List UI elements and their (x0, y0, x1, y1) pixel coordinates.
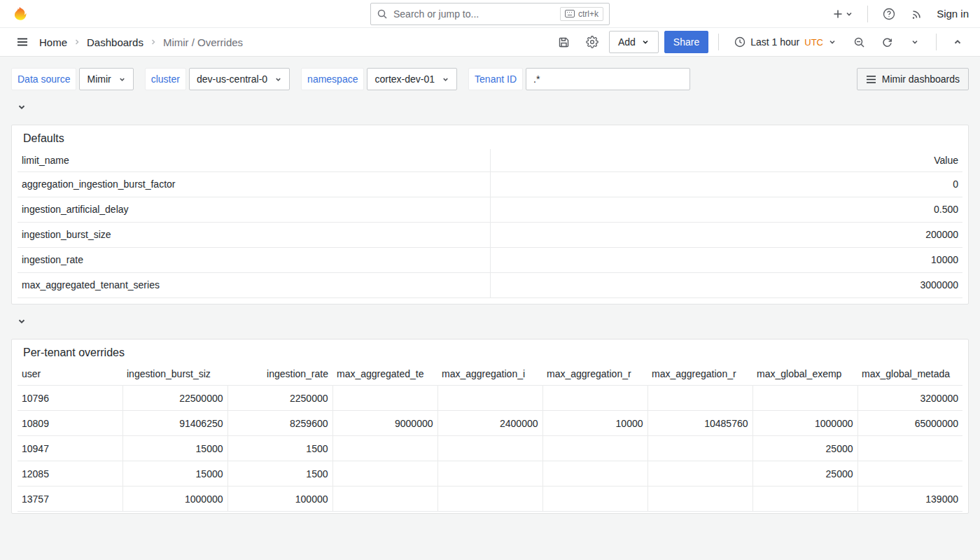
defaults-table: limit_nameValue aggregation_ingestion_bu… (18, 149, 962, 298)
column-header[interactable]: limit_name (18, 149, 490, 172)
grafana-logo-icon[interactable] (11, 6, 28, 22)
column-header[interactable]: Value (490, 149, 962, 172)
chevron-down-icon (828, 38, 836, 46)
refresh-icon (881, 36, 893, 48)
column-header[interactable]: max_aggregation_i (438, 363, 542, 386)
dashboard-settings-button[interactable] (581, 31, 603, 53)
zoom-out-time-button[interactable] (848, 31, 870, 53)
save-icon (558, 36, 570, 48)
table-cell (752, 486, 858, 512)
column-header[interactable]: max_global_exemp (752, 363, 858, 386)
breadcrumb: Home Dashboards Mimir / Overrides (39, 36, 243, 48)
shortcut-badge: ctrl+k (560, 7, 603, 21)
table-cell: 2400000 (438, 411, 542, 436)
table-cell: 1000000 (122, 486, 227, 512)
chevron-down-icon (641, 38, 650, 46)
column-header[interactable]: max_aggregation_r (542, 363, 648, 386)
variable-namespace: namespace cortex-dev-01 (301, 68, 457, 90)
chevron-down-icon (17, 316, 27, 326)
panel-title[interactable]: Per-tenant overrides (18, 342, 962, 363)
namespace-select[interactable]: cortex-dev-01 (367, 68, 457, 90)
refresh-button[interactable] (876, 31, 898, 53)
share-button[interactable]: Share (664, 31, 708, 53)
variable-tenant-id: Tenant ID (468, 68, 690, 90)
row-collapse-toggle[interactable] (17, 316, 27, 327)
menu-toggle-button[interactable] (11, 31, 34, 53)
sign-in-link[interactable]: Sign in (937, 8, 969, 20)
divider (718, 34, 719, 50)
chevron-down-icon (845, 10, 853, 18)
zoom-out-icon (853, 36, 865, 48)
variable-datasource: Data source Mimir (11, 68, 134, 90)
column-header[interactable]: max_aggregated_te (332, 363, 438, 386)
chevron-up-icon (953, 37, 962, 47)
new-menu-button[interactable] (828, 6, 858, 22)
chevron-down-icon (274, 76, 282, 83)
add-panel-button[interactable]: Add (609, 31, 659, 53)
search-bar[interactable]: Search or jump to... ctrl+k (370, 3, 610, 25)
collapse-toolbar-button[interactable] (946, 31, 969, 53)
time-range-label: Last 1 hour (750, 36, 799, 48)
table-cell (648, 461, 752, 486)
table-cell: 10000 (542, 411, 648, 436)
time-range-picker[interactable]: Last 1 hour UTC (729, 31, 842, 53)
variable-cluster: cluster dev-us-central-0 (145, 68, 290, 90)
datasource-select[interactable]: Mimir (79, 68, 133, 90)
table-cell (332, 461, 438, 486)
table-cell: 10485760 (648, 411, 752, 436)
table-cell: aggregation_ingestion_burst_factor (18, 172, 490, 197)
table-row: 107962250000022500003200000 (18, 386, 962, 411)
cluster-label: cluster (145, 68, 186, 90)
table-cell: 15000 (122, 436, 227, 461)
column-header[interactable]: user (18, 363, 122, 386)
table-cell: 15000 (122, 461, 227, 486)
table-cell (648, 486, 752, 512)
chevron-down-icon (118, 76, 126, 83)
divider (867, 6, 868, 22)
keyboard-icon (565, 10, 575, 18)
table-cell: 10947 (18, 436, 122, 461)
panel-title[interactable]: Defaults (18, 128, 962, 149)
table-cell: 3000000 (490, 272, 962, 298)
table-cell: 25000 (752, 436, 858, 461)
mimir-dashboards-button[interactable]: Mimir dashboards (857, 68, 969, 90)
table-cell: 10000 (490, 247, 962, 272)
table-header-row: limit_nameValue (18, 149, 962, 172)
help-button[interactable] (878, 3, 900, 25)
dashboard-toolbar: Home Dashboards Mimir / Overrides Add (0, 28, 980, 57)
table-cell (542, 386, 648, 411)
table-cell (858, 436, 962, 461)
breadcrumb-home[interactable]: Home (39, 36, 67, 48)
table-cell: 3200000 (858, 386, 962, 411)
table-cell: 91406250 (122, 411, 227, 436)
news-button[interactable] (906, 3, 928, 25)
chevron-down-icon (442, 76, 449, 83)
table-cell (438, 486, 542, 512)
cluster-select[interactable]: dev-us-central-0 (189, 68, 290, 90)
column-header[interactable]: max_aggregation_r (648, 363, 752, 386)
row-collapse-toggle[interactable] (17, 102, 27, 113)
hamburger-icon (16, 36, 29, 48)
table-cell (332, 436, 438, 461)
defaults-panel: Defaults limit_nameValue aggregation_ing… (11, 125, 969, 304)
table-cell (332, 386, 438, 411)
column-header[interactable]: max_global_metada (858, 363, 962, 386)
breadcrumb-dashboards[interactable]: Dashboards (87, 36, 144, 48)
chevron-down-icon (911, 38, 919, 46)
table-cell (542, 486, 648, 512)
table-cell: 100000 (227, 486, 332, 512)
search-placeholder: Search or jump to... (393, 8, 554, 20)
table-row: 137571000000100000139000 (18, 486, 962, 512)
chevron-right-icon (149, 38, 158, 46)
table-row: ingestion_rate10000 (18, 247, 962, 272)
chevron-down-icon (17, 102, 27, 112)
refresh-interval-button[interactable] (904, 31, 926, 53)
table-row: ingestion_artificial_delay0.500 (18, 197, 962, 222)
save-dashboard-button[interactable] (553, 31, 575, 53)
tenant-id-input[interactable] (526, 68, 690, 90)
column-header[interactable]: ingestion_rate (227, 363, 332, 386)
breadcrumb-current: Mimir / Overrides (163, 36, 243, 48)
table-cell: 1500 (227, 461, 332, 486)
gear-icon (586, 36, 598, 48)
column-header[interactable]: ingestion_burst_siz (122, 363, 227, 386)
